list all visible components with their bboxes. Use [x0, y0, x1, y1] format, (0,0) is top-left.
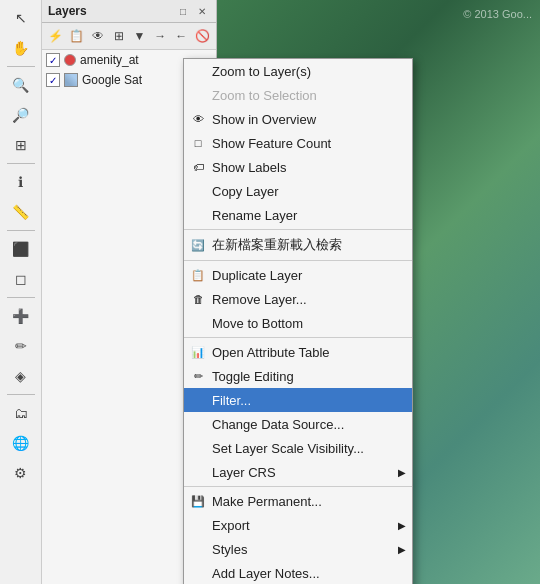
menu-item-move-to-bottom[interactable]: Move to Bottom — [184, 311, 412, 335]
menu-label-reload-files: 在新檔案重新載入檢索 — [212, 236, 342, 254]
menu-item-show-labels[interactable]: 🏷Show Labels — [184, 155, 412, 179]
layer-icon-google-sat — [64, 73, 78, 87]
menu-arrow-layer-crs: ▶ — [398, 467, 406, 478]
menu-label-styles: Styles — [212, 542, 247, 557]
menu-label-toggle-editing: Toggle Editing — [212, 369, 294, 384]
menu-separator-9 — [184, 260, 412, 261]
menu-label-rename-layer: Rename Layer — [212, 208, 297, 223]
menu-icon-make-permanent: 💾 — [190, 493, 206, 509]
menu-separator-13 — [184, 337, 412, 338]
menu-label-zoom-to-layers: Zoom to Layer(s) — [212, 64, 311, 79]
menu-label-move-to-bottom: Move to Bottom — [212, 316, 303, 331]
menu-label-export: Export — [212, 518, 250, 533]
toolbar-zoom-full[interactable]: ⊞ — [5, 131, 37, 159]
menu-item-reload-files[interactable]: 🔄在新檔案重新載入檢索 — [184, 232, 412, 258]
menu-arrow-styles: ▶ — [398, 544, 406, 555]
menu-item-styles[interactable]: Styles▶ — [184, 537, 412, 561]
menu-label-show-feature-count: Show Feature Count — [212, 136, 331, 151]
menu-item-show-feature-count[interactable]: □Show Feature Count — [184, 131, 412, 155]
menu-item-filter[interactable]: Filter... — [184, 388, 412, 412]
menu-item-zoom-to-layers[interactable]: Zoom to Layer(s) — [184, 59, 412, 83]
toolbar-identify[interactable]: ℹ — [5, 168, 37, 196]
menu-item-rename-layer[interactable]: Rename Layer — [184, 203, 412, 227]
toolbar-sep-4 — [7, 297, 35, 298]
layers-tool-forward[interactable]: → — [150, 25, 170, 47]
layers-tool-view[interactable]: 👁 — [88, 25, 108, 47]
layers-title-bar: Layers □ ✕ — [42, 0, 216, 23]
menu-item-remove-layer[interactable]: 🗑Remove Layer... — [184, 287, 412, 311]
menu-item-layer-crs[interactable]: Layer CRS▶ — [184, 460, 412, 484]
layers-title-icons: □ ✕ — [175, 3, 210, 19]
toolbar-vertex[interactable]: ◈ — [5, 362, 37, 390]
layer-name-google-sat: Google Sat — [82, 73, 142, 87]
menu-label-copy-layer: Copy Layer — [212, 184, 278, 199]
menu-item-change-data-source[interactable]: Change Data Source... — [184, 412, 412, 436]
layers-tool-remove[interactable]: 🚫 — [192, 25, 212, 47]
menu-label-change-data-source: Change Data Source... — [212, 417, 344, 432]
menu-label-duplicate-layer: Duplicate Layer — [212, 268, 302, 283]
layers-toolbar: ⚡ 📋 👁 ⊞ ▼ → ← 🚫 — [42, 23, 216, 50]
menu-icon-show-in-overview: 👁 — [190, 111, 206, 127]
menu-item-show-in-overview[interactable]: 👁Show in Overview — [184, 107, 412, 131]
toolbar-sep-2 — [7, 163, 35, 164]
menu-icon-show-feature-count: □ — [190, 135, 206, 151]
menu-label-make-permanent: Make Permanent... — [212, 494, 322, 509]
layer-icon-amenity — [64, 54, 76, 66]
toolbar-select[interactable]: ⬛ — [5, 235, 37, 263]
layer-checkbox-google-sat[interactable]: ✓ — [46, 73, 60, 87]
layers-tool-dropdown[interactable]: ▼ — [130, 25, 150, 47]
menu-icon-reload-files: 🔄 — [190, 237, 206, 253]
menu-icon-remove-layer: 🗑 — [190, 291, 206, 307]
menu-item-add-layer-notes[interactable]: Add Layer Notes... — [184, 561, 412, 584]
toolbar-sep-5 — [7, 394, 35, 395]
menu-arrow-export: ▶ — [398, 520, 406, 531]
menu-item-open-attribute-table[interactable]: 📊Open Attribute Table — [184, 340, 412, 364]
toolbar-zoom-in[interactable]: 🔍 — [5, 71, 37, 99]
toolbar-deselect[interactable]: ◻ — [5, 265, 37, 293]
menu-label-open-attribute-table: Open Attribute Table — [212, 345, 330, 360]
menu-item-copy-layer[interactable]: Copy Layer — [184, 179, 412, 203]
menu-icon-show-labels: 🏷 — [190, 159, 206, 175]
layer-name-amenity: amenity_at — [80, 53, 139, 67]
toolbar-pointer[interactable]: ↖ — [5, 4, 37, 32]
menu-icon-toggle-editing: ✏ — [190, 368, 206, 384]
menu-icon-open-attribute-table: 📊 — [190, 344, 206, 360]
toolbar-browser[interactable]: 🌐 — [5, 429, 37, 457]
menu-label-add-layer-notes: Add Layer Notes... — [212, 566, 320, 581]
layers-close-icon[interactable]: ✕ — [194, 3, 210, 19]
toolbar-edit[interactable]: ✏ — [5, 332, 37, 360]
toolbar-measure[interactable]: 📏 — [5, 198, 37, 226]
layer-checkbox-amenity[interactable]: ✓ — [46, 53, 60, 67]
toolbar-sep-3 — [7, 230, 35, 231]
menu-label-layer-crs: Layer CRS — [212, 465, 276, 480]
menu-item-export[interactable]: Export▶ — [184, 513, 412, 537]
menu-label-set-layer-scale: Set Layer Scale Visibility... — [212, 441, 364, 456]
menu-item-toggle-editing[interactable]: ✏Toggle Editing — [184, 364, 412, 388]
left-toolbar: ↖ ✋ 🔍 🔎 ⊞ ℹ 📏 ⬛ ◻ ➕ ✏ ◈ 🗂 🌐 ⚙ — [0, 0, 42, 584]
menu-label-filter: Filter... — [212, 393, 251, 408]
layers-panel-title: Layers — [48, 4, 87, 18]
menu-separator-7 — [184, 229, 412, 230]
menu-item-make-permanent[interactable]: 💾Make Permanent... — [184, 489, 412, 513]
layers-tool-copy[interactable]: 📋 — [67, 25, 87, 47]
toolbar-processing[interactable]: ⚙ — [5, 459, 37, 487]
menu-label-show-labels: Show Labels — [212, 160, 286, 175]
map-watermark: © 2013 Goo... — [463, 8, 532, 20]
toolbar-pan[interactable]: ✋ — [5, 34, 37, 62]
menu-item-duplicate-layer[interactable]: 📋Duplicate Layer — [184, 263, 412, 287]
layers-tool-back[interactable]: ← — [171, 25, 191, 47]
layers-tool-open[interactable]: ⚡ — [46, 25, 66, 47]
menu-separator-20 — [184, 486, 412, 487]
toolbar-zoom-out[interactable]: 🔎 — [5, 101, 37, 129]
menu-icon-duplicate-layer: 📋 — [190, 267, 206, 283]
layers-tool-filter[interactable]: ⊞ — [109, 25, 129, 47]
context-menu: Zoom to Layer(s)Zoom to Selection👁Show i… — [183, 58, 413, 584]
menu-label-show-in-overview: Show in Overview — [212, 112, 316, 127]
menu-label-remove-layer: Remove Layer... — [212, 292, 307, 307]
menu-item-set-layer-scale[interactable]: Set Layer Scale Visibility... — [184, 436, 412, 460]
layers-restore-icon[interactable]: □ — [175, 3, 191, 19]
toolbar-layer-toggle[interactable]: 🗂 — [5, 399, 37, 427]
menu-label-zoom-to-selection: Zoom to Selection — [212, 88, 317, 103]
toolbar-add-feature[interactable]: ➕ — [5, 302, 37, 330]
toolbar-sep-1 — [7, 66, 35, 67]
